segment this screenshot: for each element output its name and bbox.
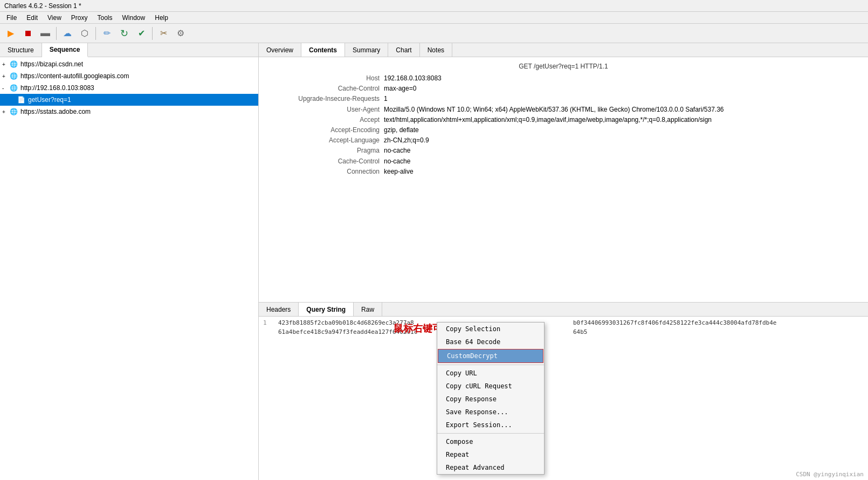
- breakpoint-button[interactable]: ⬡: [77, 26, 92, 41]
- header-row-accept: Accept text/html,application/xhtml+xml,a…: [259, 115, 868, 125]
- tree-item-getuser[interactable]: 📄 getUser?req=1: [0, 94, 258, 106]
- header-label-upgrade: Upgrade-Insecure-Requests: [265, 94, 384, 104]
- tree-item-local[interactable]: - 🌐 http://192.168.0.103:8083: [0, 82, 258, 94]
- header-label-cache-control: Cache-Control: [265, 84, 384, 94]
- tree-item-bizapi[interactable]: + 🌐 https://bizapi.csdn.net: [0, 58, 258, 70]
- main-layout: Structure Sequence + 🌐 https://bizapi.cs…: [0, 43, 868, 480]
- clear-button[interactable]: ▬: [38, 26, 53, 41]
- tree-label-adobe: https://sstats.adobe.com: [20, 108, 91, 115]
- header-value-upgrade: 1: [384, 94, 862, 104]
- title-bar: Charles 4.6.2 - Session 1 *: [0, 0, 868, 12]
- menu-view[interactable]: View: [43, 13, 66, 23]
- menu-edit[interactable]: Edit: [22, 13, 42, 23]
- header-row-cache-control: Cache-Control max-age=0: [259, 84, 868, 94]
- settings-button[interactable]: ⚙: [173, 26, 188, 41]
- raw-row-1: 1 423fb81885f2cba09b018c4d68269ec3a277a8…: [263, 319, 864, 328]
- validate-button[interactable]: ✔: [134, 26, 149, 41]
- left-tabs: Structure Sequence: [0, 43, 258, 57]
- edit-button[interactable]: ✏: [99, 26, 114, 41]
- tab-chart[interactable]: Chart: [388, 43, 419, 57]
- menu-help[interactable]: Help: [150, 13, 173, 23]
- ctx-export-session[interactable]: Export Session...: [437, 419, 544, 431]
- tab-raw[interactable]: Raw: [354, 303, 382, 316]
- raw-text-2b: 64b5: [573, 328, 864, 337]
- header-label-user-agent: User-Agent: [265, 105, 384, 115]
- tab-summary[interactable]: Summary: [345, 43, 388, 57]
- tab-contents[interactable]: Contents: [301, 43, 345, 57]
- globe-icon-googleapis: 🌐: [10, 72, 19, 80]
- expand-icon-adobe: +: [2, 109, 10, 115]
- ctx-save-response[interactable]: Save Response...: [437, 406, 544, 419]
- header-row-accept-language: Accept-Language zh-CN,zh;q=0.9: [259, 135, 868, 146]
- tree-item-googleapis[interactable]: + 🌐 https://content-autofill.googleapis.…: [0, 70, 258, 82]
- header-row-accept-encoding: Accept-Encoding gzip, deflate: [259, 125, 868, 135]
- ctx-copy-selection[interactable]: Copy Selection: [437, 323, 544, 335]
- tab-overview[interactable]: Overview: [259, 43, 301, 57]
- ctx-copy-curl[interactable]: Copy cURL Request: [437, 380, 544, 393]
- toolbar-separator-2: [95, 27, 96, 40]
- tree-label-getuser: getUser?req=1: [28, 96, 71, 104]
- tree-item-adobe[interactable]: + 🌐 https://sstats.adobe.com: [0, 106, 258, 118]
- header-row-user-agent: User-Agent Mozilla/5.0 (Windows NT 10.0;…: [259, 105, 868, 115]
- toolbar-separator-1: [56, 27, 57, 40]
- tab-query-string[interactable]: Query String: [299, 303, 354, 316]
- ctx-repeat[interactable]: Repeat: [437, 448, 544, 461]
- raw-row-2: 61a4befce418c9a947f3feadd4ea127f6402c1c …: [263, 328, 864, 337]
- header-label-accept-language: Accept-Language: [265, 135, 384, 146]
- tools-button[interactable]: ✂: [156, 26, 171, 41]
- menu-tools[interactable]: Tools: [93, 13, 117, 23]
- tab-structure[interactable]: Structure: [0, 43, 42, 57]
- header-row-pragma: Pragma no-cache: [259, 146, 868, 156]
- header-label-connection: Connection: [265, 167, 384, 177]
- header-value-connection: keep-alive: [384, 167, 862, 177]
- right-panel: Overview Contents Summary Chart Notes GE…: [259, 43, 868, 480]
- globe-icon-local: 🌐: [10, 84, 19, 92]
- header-value-host: 192.168.0.103:8083: [384, 73, 862, 84]
- menu-window[interactable]: Window: [118, 13, 150, 23]
- tree-label-googleapis: https://content-autofill.googleapis.com: [20, 72, 129, 80]
- header-value-user-agent: Mozilla/5.0 (Windows NT 10.0; Win64; x64…: [384, 105, 862, 115]
- ctx-repeat-advanced[interactable]: Repeat Advanced: [437, 461, 544, 474]
- header-label-host: Host: [265, 73, 384, 84]
- ctx-copy-response[interactable]: Copy Response: [437, 393, 544, 406]
- header-label-accept: Accept: [265, 115, 384, 125]
- raw-num-1: 1: [263, 319, 274, 328]
- refresh-button[interactable]: ↻: [116, 26, 132, 41]
- tree-label-bizapi: https://bizapi.csdn.net: [20, 60, 83, 68]
- bottom-tabs: Headers Query String Raw: [259, 303, 868, 317]
- menu-bar: File Edit View Proxy Tools Window Help: [0, 12, 868, 24]
- toolbar: ▶ ⏹ ▬ ☁ ⬡ ✏ ↻ ✔ ✂ ⚙: [0, 24, 868, 43]
- header-value-accept: text/html,application/xhtml+xml,applicat…: [384, 115, 862, 125]
- header-row-upgrade: Upgrade-Insecure-Requests 1: [259, 94, 868, 104]
- expand-icon-googleapis: +: [2, 73, 10, 79]
- raw-text-1b: b0f34406993031267fc8f406fd4258122fe3ca44…: [573, 319, 864, 328]
- menu-file[interactable]: File: [2, 13, 21, 23]
- context-menu: Copy Selection Base 64 Decode CustomDecr…: [437, 322, 545, 475]
- ctx-base64-decode[interactable]: Base 64 Decode: [437, 335, 544, 348]
- bottom-content[interactable]: 1 423fb81885f2cba09b018c4d68269ec3a277a8…: [259, 317, 868, 480]
- header-value-cache-control2: no-cache: [384, 156, 862, 167]
- start-button[interactable]: ▶: [3, 26, 18, 41]
- request-line: GET /getUser?req=1 HTTP/1.1: [259, 60, 868, 73]
- doc-icon-getuser: 📄: [17, 96, 27, 104]
- header-label-pragma: Pragma: [265, 146, 384, 156]
- tab-sequence[interactable]: Sequence: [42, 43, 88, 57]
- ctx-custom-decrypt[interactable]: CustomDecrypt: [438, 349, 543, 363]
- title-text: Charles 4.6.2 - Session 1 *: [4, 2, 81, 10]
- tab-headers[interactable]: Headers: [259, 303, 299, 316]
- menu-proxy[interactable]: Proxy: [67, 13, 92, 23]
- throttle-button[interactable]: ☁: [60, 26, 75, 41]
- header-value-cache-control: max-age=0: [384, 84, 862, 94]
- expand-icon-local: -: [2, 85, 10, 91]
- expand-icon-bizapi: +: [2, 61, 10, 67]
- globe-icon-adobe: 🌐: [10, 108, 19, 115]
- ctx-copy-url[interactable]: Copy URL: [437, 367, 544, 380]
- header-row-connection: Connection keep-alive: [259, 167, 868, 177]
- left-tree: + 🌐 https://bizapi.csdn.net + 🌐 https://…: [0, 57, 258, 480]
- tab-notes[interactable]: Notes: [420, 43, 452, 57]
- stop-button[interactable]: ⏹: [20, 26, 36, 41]
- ctx-compose[interactable]: Compose: [437, 435, 544, 448]
- header-row-cache-control2: Cache-Control no-cache: [259, 156, 868, 167]
- tree-label-local: http://192.168.0.103:8083: [20, 84, 94, 92]
- header-label-accept-encoding: Accept-Encoding: [265, 125, 384, 135]
